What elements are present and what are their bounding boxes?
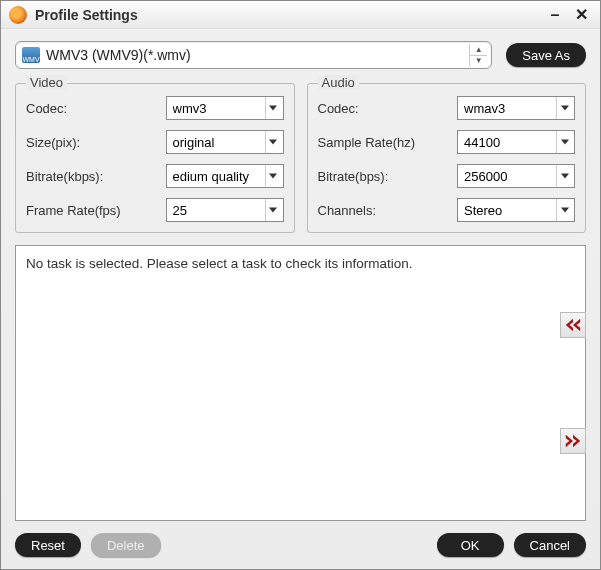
chevron-down-icon[interactable] — [556, 199, 572, 221]
chevron-down-icon[interactable] — [265, 97, 281, 119]
close-button[interactable]: ✕ — [570, 4, 592, 26]
titlebar: Profile Settings – ✕ — [1, 1, 600, 29]
reset-button[interactable]: Reset — [15, 533, 81, 557]
app-icon — [9, 6, 27, 24]
video-size-label: Size(pix): — [26, 135, 166, 150]
video-bitrate-label: Bitrate(kbps): — [26, 169, 166, 184]
chevron-up-icon[interactable]: ▲ — [470, 44, 487, 56]
video-framerate-value: 25 — [173, 203, 265, 218]
cancel-button[interactable]: Cancel — [514, 533, 586, 557]
audio-group-title: Audio — [318, 75, 359, 90]
audio-channels-value: Stereo — [464, 203, 556, 218]
ok-button[interactable]: OK — [437, 533, 504, 557]
double-right-icon — [564, 434, 582, 448]
profile-select[interactable]: WMV WMV3 (WMV9)(*.wmv) ▲ ▼ — [15, 41, 492, 69]
next-task-button[interactable] — [560, 428, 586, 454]
audio-codec-label: Codec: — [318, 101, 458, 116]
chevron-down-icon[interactable] — [265, 131, 281, 153]
profile-select-value: WMV3 (WMV9)(*.wmv) — [46, 47, 469, 63]
chevron-down-icon[interactable] — [265, 165, 281, 187]
video-bitrate-select[interactable]: edium quality — [166, 164, 284, 188]
chevron-down-icon[interactable] — [265, 199, 281, 221]
video-codec-value: wmv3 — [173, 101, 265, 116]
audio-channels-select[interactable]: Stereo — [457, 198, 575, 222]
video-size-value: original — [173, 135, 265, 150]
audio-channels-label: Channels: — [318, 203, 458, 218]
video-codec-select[interactable]: wmv3 — [166, 96, 284, 120]
double-left-icon — [564, 318, 582, 332]
chevron-down-icon[interactable] — [556, 131, 572, 153]
audio-group: Audio Codec: wmav3 Sample Rate(hz) 44100 — [307, 83, 587, 233]
profile-settings-window: Profile Settings – ✕ WMV WMV3 (WMV9)(*.w… — [0, 0, 601, 570]
audio-codec-value: wmav3 — [464, 101, 556, 116]
video-codec-label: Codec: — [26, 101, 166, 116]
settings-groups: Video Codec: wmv3 Size(pix): original — [15, 83, 586, 233]
audio-bitrate-select[interactable]: 256000 — [457, 164, 575, 188]
video-size-select[interactable]: original — [166, 130, 284, 154]
video-group-title: Video — [26, 75, 67, 90]
chevron-down-icon[interactable] — [556, 165, 572, 187]
wmv-icon: WMV — [22, 47, 40, 63]
save-as-button[interactable]: Save As — [506, 43, 586, 67]
audio-bitrate-label: Bitrate(bps): — [318, 169, 458, 184]
chevron-down-icon[interactable]: ▼ — [470, 56, 487, 67]
top-row: WMV WMV3 (WMV9)(*.wmv) ▲ ▼ Save As — [15, 41, 586, 69]
video-group: Video Codec: wmv3 Size(pix): original — [15, 83, 295, 233]
profile-spinner[interactable]: ▲ ▼ — [469, 44, 487, 66]
video-framerate-select[interactable]: 25 — [166, 198, 284, 222]
window-title: Profile Settings — [35, 7, 540, 23]
info-area: No task is selected. Please select a tas… — [15, 245, 586, 521]
info-message: No task is selected. Please select a tas… — [26, 256, 575, 271]
prev-task-button[interactable] — [560, 312, 586, 338]
video-framerate-label: Frame Rate(fps) — [26, 203, 166, 218]
chevron-down-icon[interactable] — [556, 97, 572, 119]
audio-codec-select[interactable]: wmav3 — [457, 96, 575, 120]
audio-samplerate-value: 44100 — [464, 135, 556, 150]
video-bitrate-value: edium quality — [173, 169, 265, 184]
audio-samplerate-select[interactable]: 44100 — [457, 130, 575, 154]
delete-button[interactable]: Delete — [91, 533, 161, 557]
audio-bitrate-value: 256000 — [464, 169, 556, 184]
content-area: WMV WMV3 (WMV9)(*.wmv) ▲ ▼ Save As Video… — [1, 29, 600, 569]
audio-samplerate-label: Sample Rate(hz) — [318, 135, 458, 150]
minimize-button[interactable]: – — [544, 4, 566, 26]
footer: Reset Delete OK Cancel — [15, 533, 586, 559]
